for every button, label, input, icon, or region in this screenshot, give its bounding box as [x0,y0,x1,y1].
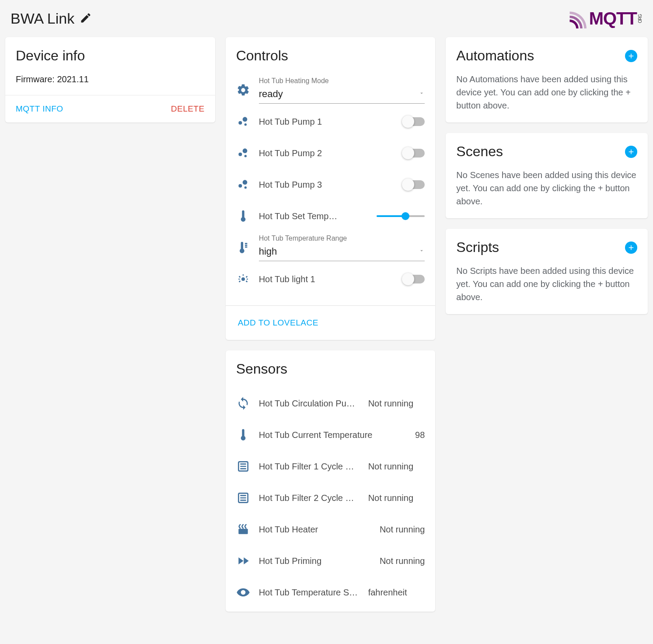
temp-range-row: Hot Tub Temperature Range high [236,232,425,263]
set-temp-row: Hot Tub Set Temp… [236,200,425,232]
pump1-switch[interactable] [403,117,425,126]
sensor-row: Hot Tub Temperature Sc… fahrenheit [236,577,425,608]
svg-point-1 [242,117,247,122]
svg-point-7 [242,180,247,185]
page-title: BWA Link [10,10,74,27]
mqtt-wave-icon [567,9,587,28]
pump2-switch[interactable] [403,149,425,158]
pump3-row: Hot Tub Pump 3 [236,169,425,200]
firmware-row: Firmware: 2021.11 [16,74,205,84]
chevron-down-icon [419,90,425,98]
sensor-row: Hot Tub Filter 1 Cycle R… Not running [236,451,425,482]
add-script-button[interactable] [625,242,637,254]
fast-forward-icon [236,554,250,568]
svg-point-0 [238,121,242,125]
pump1-label: Hot Tub Pump 1 [259,117,395,127]
svg-point-9 [241,277,245,281]
add-scene-button[interactable] [625,146,637,158]
pump1-row: Hot Tub Pump 1 [236,106,425,137]
svg-point-4 [242,148,247,153]
thermometer-icon [236,209,250,223]
set-temp-slider[interactable] [377,215,425,217]
sensor-row: Hot Tub Current Temperature 98 [236,419,425,451]
pump3-switch[interactable] [403,180,425,189]
scenes-empty-text: No Scenes have been added using this dev… [456,168,637,208]
heating-mode-row: Hot Tub Heating Mode ready [236,74,425,106]
device-info-card: Device info Firmware: 2021.11 MQTT INFO … [5,37,215,122]
pump2-label: Hot Tub Pump 2 [259,148,395,158]
scripts-card: Scripts No Scripts have been added using… [446,229,648,314]
sensor-row: Hot Tub Filter 2 Cycle R… Not running [236,482,425,514]
heating-mode-select[interactable]: ready [259,87,425,104]
logo-suffix: ORG [638,14,643,23]
filter-icon [236,459,250,473]
svg-point-6 [238,184,242,188]
logo-text: MQTT [589,9,637,28]
svg-rect-12 [238,529,248,534]
pump2-row: Hot Tub Pump 2 [236,137,425,169]
sensor-row: Hot Tub Circulation Pu… Not running [236,388,425,419]
eye-icon [236,585,250,599]
mqtt-info-button[interactable]: MQTT INFO [16,102,63,116]
bubbles-icon [236,115,250,129]
scripts-title: Scripts [456,239,499,256]
set-temp-label: Hot Tub Set Temp… [259,211,368,221]
automations-title: Automations [456,48,534,64]
automations-empty-text: No Automations have been added using thi… [456,73,637,112]
temp-range-label: Hot Tub Temperature Range [259,234,425,242]
light-icon [236,272,250,286]
svg-point-3 [238,153,242,156]
chevron-down-icon [419,248,425,256]
scripts-empty-text: No Scripts have been added using this de… [456,264,637,304]
sensor-row: Hot Tub Heater Not running [236,514,425,545]
page-header: BWA Link MQTT ORG [5,5,648,37]
mqtt-logo: MQTT ORG [567,9,643,28]
light1-switch[interactable] [403,275,425,284]
svg-point-2 [244,123,246,126]
controls-card: Controls Hot Tub Heating Mode ready [226,37,436,340]
scenes-card: Scenes No Scenes have been added using t… [446,133,648,218]
add-to-lovelace-button[interactable]: ADD TO LOVELACE [238,315,318,330]
controls-title: Controls [236,48,425,64]
sensors-title: Sensors [236,361,425,377]
light1-label: Hot Tub light 1 [259,274,395,284]
device-info-title: Device info [16,48,205,64]
add-automation-button[interactable] [625,50,637,62]
delete-button[interactable]: DELETE [171,102,205,116]
thermometer-lines-icon [236,241,250,255]
thermometer-icon [236,428,250,442]
edit-title-icon[interactable] [80,12,92,26]
svg-point-8 [244,186,246,189]
sensors-card: Sensors Hot Tub Circulation Pu… Not runn… [226,350,436,612]
heater-icon [236,522,250,536]
sensor-row: Hot Tub Priming Not running [236,545,425,577]
heating-mode-label: Hot Tub Heating Mode [259,77,425,85]
sync-icon [236,396,250,410]
bubbles-icon [236,178,250,192]
filter-icon [236,491,250,505]
temp-range-select[interactable]: high [259,244,425,261]
pump3-label: Hot Tub Pump 3 [259,180,395,190]
gear-icon [236,83,250,97]
scenes-title: Scenes [456,144,503,160]
light1-row: Hot Tub light 1 [236,263,425,295]
bubbles-icon [236,146,250,160]
svg-point-5 [244,155,246,157]
automations-card: Automations No Automations have been add… [446,37,648,122]
